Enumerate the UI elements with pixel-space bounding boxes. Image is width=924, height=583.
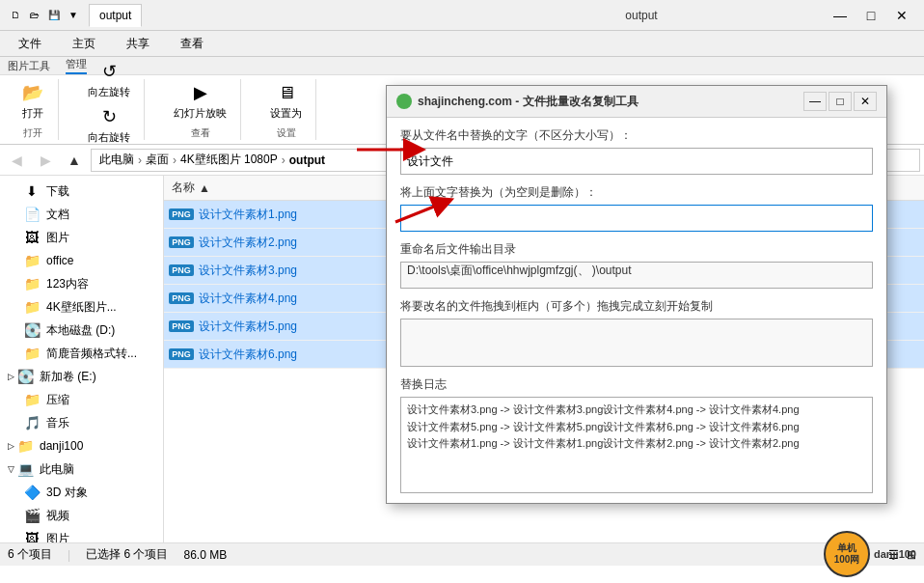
doc-icon: 🗋	[8, 8, 23, 23]
sidebar-item-3d[interactable]: 🔷 3D 对象	[0, 481, 163, 504]
folder-4k-icon: 📁	[23, 298, 41, 316]
sidebar-label-123: 123内容	[46, 276, 89, 292]
dialog-search-input[interactable]	[400, 148, 873, 175]
ribbon-tabs: 文件 主页 共享 查看	[0, 31, 924, 56]
docs-icon: 📄	[23, 206, 41, 223]
dialog-title-btns: — □ ✕	[803, 92, 877, 111]
sidebar-item-office[interactable]: 📁 office	[0, 249, 163, 272]
path-4k[interactable]: 4K壁纸图片 1080P	[180, 152, 278, 168]
window-controls: — □ ✕	[826, 4, 916, 27]
ribbon-group-tools: ↺ 向左旋转 ↻ 向右旋转 方向	[74, 79, 145, 140]
sidebar-item-pic2[interactable]: 🖼 图片	[0, 527, 163, 542]
dialog-title-left: shajincheng.com - 文件批量改名复制工具	[396, 94, 639, 110]
png-icon: PNG	[172, 289, 191, 308]
dialog-title-text: shajincheng.com - 文件批量改名复制工具	[418, 94, 639, 110]
dialog-maximize-button[interactable]: □	[829, 92, 852, 111]
pic2-icon: 🖼	[23, 530, 41, 542]
sidebar-item-4k[interactable]: 📁 4K壁纸图片...	[0, 295, 163, 319]
tab-view[interactable]: 查看	[166, 31, 218, 56]
rotate-right-icon: ↻	[97, 105, 121, 128]
sidebar-label-danji: danji100	[40, 439, 83, 453]
maximize-button[interactable]: □	[856, 4, 885, 27]
sidebar-item-audio[interactable]: 📁 简鹿音频格式转...	[0, 342, 163, 365]
sidebar-item-disk-d[interactable]: 💽 本地磁盘 (D:)	[0, 319, 163, 342]
watermark-text: danji100	[874, 548, 916, 560]
path-output[interactable]: output	[289, 153, 325, 167]
path-computer[interactable]: 此电脑	[99, 152, 134, 168]
window-title: output	[457, 9, 826, 22]
rotate-right-btn[interactable]: ↻ 向右旋转	[82, 103, 136, 147]
compress-icon: 📁	[23, 391, 41, 408]
tab-home[interactable]: 主页	[58, 31, 110, 56]
folder-icon: 🗁	[27, 8, 42, 23]
video-icon: 🎬	[23, 507, 41, 524]
dialog-close-button[interactable]: ✕	[854, 92, 877, 111]
sidebar-item-video[interactable]: 🎬 视频	[0, 504, 163, 527]
dialog-label-3: 重命名后文件输出目录	[400, 241, 873, 258]
sidebar-item-docs[interactable]: 📄 文档	[0, 203, 163, 226]
status-selected: 已选择 6 个项目	[86, 546, 168, 563]
download-icon: ⬇	[23, 182, 41, 200]
open-btn[interactable]: 📂 打开	[15, 79, 50, 123]
dialog-body: 要从文件名中替换的文字（不区分大小写）： 将上面文字替换为（为空则是删除）： 重…	[387, 118, 886, 503]
png-icon: PNG	[172, 205, 191, 224]
rotate-left-icon: ↺	[97, 60, 121, 83]
sidebar-label-4k: 4K壁纸图片...	[46, 299, 117, 316]
rename-tool-dialog[interactable]: shajincheng.com - 文件批量改名复制工具 — □ ✕ 要从文件名…	[386, 85, 887, 504]
sidebar-item-music[interactable]: 🎵 音乐	[0, 411, 163, 434]
title-bar: 🗋 🗁 💾 ▼ output output — □ ✕	[0, 0, 924, 31]
sidebar-label-pic2: 图片	[46, 531, 69, 543]
expand-danji-icon: ▷	[8, 441, 14, 451]
music-icon: 🎵	[23, 414, 41, 431]
png-icon: PNG	[172, 261, 191, 280]
sort-arrow: ▲	[199, 181, 210, 195]
office-folder-icon: 📁	[23, 252, 41, 269]
sidebar-label-pictures: 图片	[46, 230, 69, 246]
sidebar-label-3d: 3D 对象	[46, 485, 88, 501]
close-button[interactable]: ✕	[887, 4, 916, 27]
forward-button[interactable]: ▶	[33, 148, 58, 173]
sidebar-item-computer[interactable]: ▽ 💻 此电脑	[0, 458, 163, 481]
sidebar-label-disk-e: 新加卷 (E:)	[40, 369, 96, 385]
sidebar-item-danji[interactable]: ▷ 📁 danji100	[0, 434, 163, 458]
dialog-log-label: 替换日志	[400, 376, 873, 393]
expand-e-icon: ▷	[8, 372, 14, 381]
dialog-minimize-button[interactable]: —	[803, 92, 827, 111]
wallpaper-btn[interactable]: 🖥 设置为	[264, 79, 308, 123]
png-icon: PNG	[172, 233, 191, 252]
slideshow-btn[interactable]: ▶ 幻灯片放映	[168, 79, 232, 123]
img-tools-strip: 图片工具 管理	[0, 57, 924, 75]
sidebar-label-computer: 此电脑	[40, 461, 74, 478]
sidebar-item-disk-e[interactable]: ▷ 💽 新加卷 (E:)	[0, 365, 163, 388]
dialog-app-icon	[396, 94, 412, 109]
rotate-left-btn[interactable]: ↺ 向左旋转	[82, 58, 136, 101]
dialog-replace-input[interactable]	[400, 205, 873, 232]
danji-icon: 📁	[16, 437, 34, 455]
up-button[interactable]: ▲	[62, 148, 87, 173]
back-button[interactable]: ◀	[4, 148, 29, 173]
computer-icon: 💻	[16, 460, 34, 478]
sidebar-label-disk-d: 本地磁盘 (D:)	[46, 322, 115, 339]
sidebar-item-123[interactable]: 📁 123内容	[0, 272, 163, 295]
ribbon-group-open: 📂 打开 打开	[8, 79, 59, 140]
title-bar-icons: 🗋 🗁 💾 ▼	[8, 8, 81, 23]
path-desktop[interactable]: 桌面	[146, 152, 169, 168]
dialog-drop-area[interactable]	[400, 319, 873, 367]
dialog-dir-display: D:\tools\桌面\office\hhwjplgmfzgj(、 )\outp…	[400, 262, 873, 289]
folder-123-icon: 📁	[23, 275, 41, 292]
sidebar-label-music: 音乐	[46, 415, 69, 431]
dropdown-icon[interactable]: ▼	[66, 8, 81, 23]
status-bar: 6 个项目 | 已选择 6 个项目 86.0 MB ☰ ⊞	[0, 542, 924, 566]
sidebar-item-compress[interactable]: 📁 压缩	[0, 388, 163, 411]
sidebar-item-pictures[interactable]: 🖼 图片	[0, 226, 163, 249]
sidebar-item-download[interactable]: ⬇ 下载	[0, 180, 163, 203]
play-icon: ▶	[189, 81, 212, 104]
disk-d-icon: 💽	[23, 321, 41, 339]
tab-output[interactable]: output	[89, 4, 142, 27]
tab-file[interactable]: 文件	[4, 31, 56, 56]
png-icon: PNG	[172, 317, 191, 336]
minimize-button[interactable]: —	[826, 4, 855, 27]
status-count: 6 个项目	[8, 546, 52, 563]
sidebar-label-docs: 文档	[46, 207, 69, 223]
tab-share[interactable]: 共享	[112, 31, 164, 56]
